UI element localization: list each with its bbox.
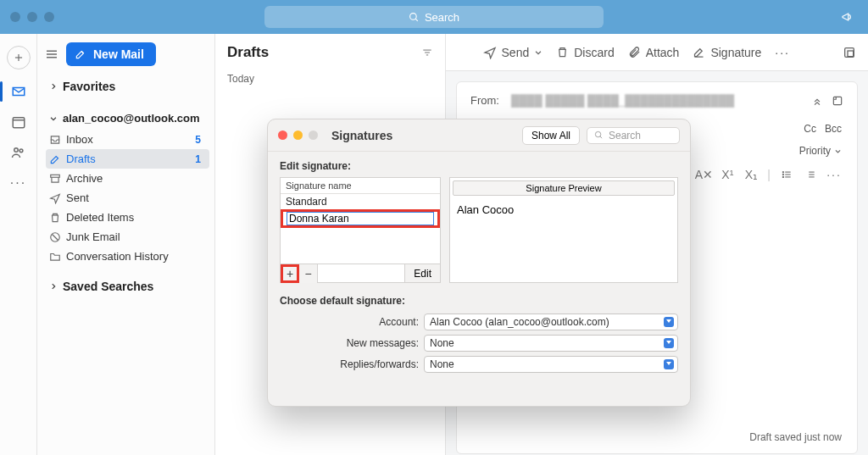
discard-button[interactable]: Discard [556, 46, 614, 59]
superscript-icon[interactable]: X¹ [720, 167, 735, 182]
dialog-close-button[interactable] [278, 130, 287, 140]
signature-list: Signature name Standard + − Edit [280, 177, 441, 283]
show-all-button[interactable]: Show All [522, 126, 580, 145]
signature-row-editing[interactable] [281, 209, 440, 228]
signature-row-standard[interactable]: Standard [281, 194, 440, 209]
inbox-count: 5 [195, 134, 201, 146]
new-mail-button[interactable]: New Mail [66, 42, 156, 66]
search-icon [409, 12, 420, 23]
compose-icon [75, 48, 86, 60]
add-signature-button[interactable]: + [281, 264, 299, 283]
more-icon[interactable]: ··· [10, 175, 27, 191]
saved-searches-header[interactable]: Saved Searches [42, 275, 209, 298]
mail-icon[interactable] [10, 83, 27, 100]
archive-icon [49, 173, 61, 185]
bcc-button[interactable]: Bcc [825, 123, 842, 135]
announcements-icon[interactable] [841, 10, 854, 24]
svg-rect-4 [13, 118, 25, 128]
hamburger-icon[interactable] [44, 47, 59, 62]
inbox-icon [49, 134, 61, 146]
cc-button[interactable]: Cc [804, 123, 816, 135]
folder-icon [49, 251, 61, 263]
from-value-redacted: ████ █████ ████_██████████████ [511, 94, 734, 107]
favorites-header[interactable]: Favorites [42, 75, 209, 98]
folder-deleted[interactable]: Deleted Items [46, 208, 209, 227]
people-icon[interactable] [10, 144, 27, 161]
folder-list: Inbox 5 Drafts 1 Archive Sent Deleted It… [42, 130, 209, 266]
choose-default-label: Choose default signature: [280, 295, 678, 307]
account-label: Account: [280, 316, 424, 328]
replies-forwards-label: Replies/forwards: [280, 358, 424, 370]
signatures-dialog: Signatures Show All Search Edit signatur… [267, 119, 691, 407]
preview-header: Signature Preview [453, 180, 675, 196]
search-icon [594, 130, 604, 140]
number-list-icon[interactable] [803, 167, 818, 182]
app-rail: ··· [0, 34, 37, 455]
signature-name-header: Signature name [281, 178, 440, 194]
folder-drafts[interactable]: Drafts 1 [46, 149, 209, 169]
from-label: From: [470, 94, 499, 107]
signature-preview: Signature Preview Alan Cocoo [449, 177, 678, 283]
folder-sent[interactable]: Sent [46, 188, 209, 208]
global-search[interactable]: Search [264, 6, 604, 28]
svg-point-23 [782, 174, 783, 175]
rail-compose-button[interactable] [7, 46, 31, 69]
trash-icon [49, 212, 61, 224]
svg-line-1 [415, 19, 418, 21]
account-select[interactable]: Alan Cocoo (alan_cocoo@outlook.com) [424, 314, 678, 330]
clear-format-icon[interactable]: A✕ [696, 167, 711, 182]
new-messages-label: New messages: [280, 337, 424, 349]
subscript-icon[interactable]: X₁ [743, 167, 759, 182]
popout-icon[interactable] [843, 46, 856, 59]
new-messages-select[interactable]: None [424, 335, 678, 352]
svg-point-25 [782, 176, 783, 177]
folder-pane: New Mail Favorites alan_cocoo@outlook.co… [37, 34, 215, 455]
chevron-right-icon [49, 82, 58, 91]
replies-forwards-select[interactable]: None [424, 356, 678, 373]
more-format-icon[interactable]: ··· [826, 167, 842, 182]
list-title: Drafts [227, 44, 269, 61]
window-controls [10, 12, 54, 22]
junk-icon [49, 231, 61, 243]
folder-inbox[interactable]: Inbox 5 [46, 130, 209, 149]
collapse-icon[interactable] [811, 95, 823, 107]
chevron-down-icon [49, 114, 58, 123]
chevron-down-icon [534, 48, 542, 57]
attach-icon [628, 46, 641, 58]
priority-dropdown[interactable]: Priority [799, 145, 842, 157]
calendar-icon[interactable] [10, 114, 27, 130]
send-button[interactable]: Send [483, 46, 543, 59]
compose-toolbar: Send Discard Attach Signature ··· [446, 34, 868, 71]
account-header[interactable]: alan_cocoo@outlook.com [42, 107, 209, 130]
edit-signature-label: Edit signature: [280, 160, 678, 172]
edit-signature-button[interactable]: Edit [404, 264, 440, 282]
drafts-count: 1 [195, 153, 201, 165]
folder-junk[interactable]: Junk Email [46, 227, 209, 247]
sent-icon [49, 192, 61, 204]
attach-button[interactable]: Attach [628, 46, 680, 59]
remove-signature-button[interactable]: − [299, 264, 318, 283]
traffic-zoom[interactable] [44, 12, 54, 22]
dialog-title: Signatures [331, 129, 392, 142]
svg-line-31 [600, 136, 602, 138]
chevron-right-icon [49, 282, 58, 291]
new-mail-label: New Mail [93, 47, 144, 61]
dialog-zoom-button [309, 130, 318, 140]
open-window-icon[interactable] [832, 95, 843, 107]
traffic-close[interactable] [10, 12, 20, 22]
svg-point-0 [410, 13, 417, 19]
traffic-minimize[interactable] [27, 12, 37, 22]
folder-archive[interactable]: Archive [46, 169, 209, 188]
filter-icon[interactable] [421, 47, 433, 58]
dialog-search[interactable]: Search [587, 127, 680, 144]
list-group-header: Today [227, 73, 433, 85]
folder-conversation-history[interactable]: Conversation History [46, 247, 209, 266]
signature-name-input[interactable] [287, 212, 434, 225]
more-actions-icon[interactable]: ··· [775, 46, 790, 59]
dialog-minimize-button[interactable] [293, 130, 303, 140]
bullet-list-icon[interactable] [779, 167, 794, 182]
signature-button[interactable]: Signature [693, 46, 761, 59]
window-titlebar: Search [0, 0, 868, 34]
svg-rect-20 [833, 97, 841, 104]
svg-point-21 [782, 172, 783, 173]
